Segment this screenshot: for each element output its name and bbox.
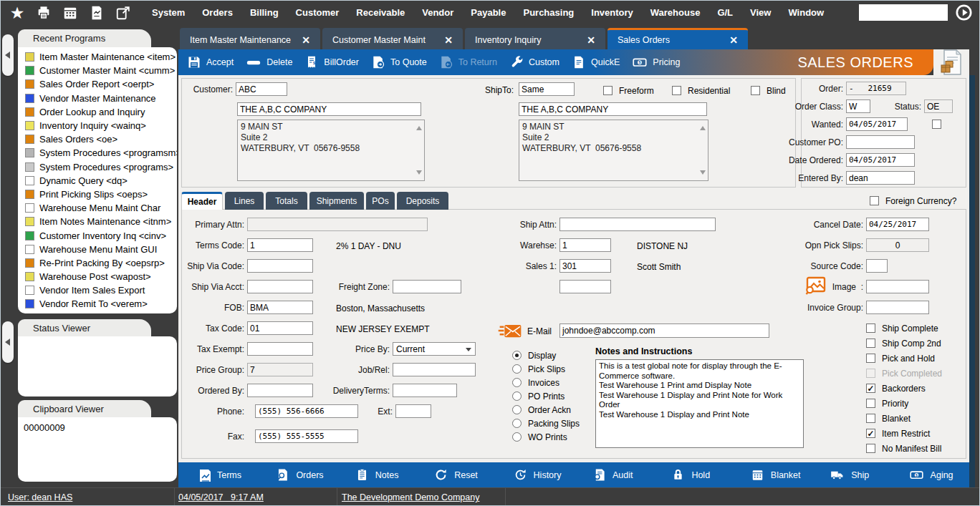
export-icon[interactable] <box>113 4 133 22</box>
wanted-date-field[interactable] <box>846 117 908 131</box>
program-item[interactable]: Customer Master Maint <cumm> <box>18 64 177 77</box>
checkbox-pick-and-hold[interactable] <box>866 354 875 363</box>
menu-item-gl[interactable]: G/L <box>717 7 733 18</box>
checkbox-item-restrict[interactable] <box>866 429 875 438</box>
user-link[interactable]: User: dean HAS <box>8 492 72 502</box>
program-item[interactable]: Print Picking Slips <oeps> <box>18 188 177 201</box>
program-item[interactable]: Customer Inventory Inq <cinv> <box>18 228 177 242</box>
calendar-icon[interactable] <box>60 4 80 22</box>
customer-name-input[interactable] <box>237 102 421 116</box>
tab-item-master-maintenance[interactable]: Item Master Maintenance✕ <box>180 28 320 49</box>
report-icon[interactable] <box>87 4 107 22</box>
program-item[interactable]: Vendor Remit To <verem> <box>18 297 177 311</box>
accept-button[interactable]: Accept <box>187 55 234 69</box>
sales1-field[interactable] <box>559 259 611 273</box>
radio-order-ackn[interactable] <box>512 405 522 414</box>
ship-via-code-field[interactable] <box>247 259 313 273</box>
audit-button[interactable]: Audit <box>574 462 653 487</box>
checkbox-pick-completed[interactable] <box>866 369 875 378</box>
blanket-button[interactable]: Blanket <box>732 462 811 487</box>
customer-po-field[interactable] <box>846 135 915 149</box>
menu-item-customer[interactable]: Customer <box>296 7 340 18</box>
tab-sales-orders[interactable]: Sales Orders✕ <box>607 28 748 49</box>
subtab-header[interactable]: Header <box>181 192 223 210</box>
sidebar-collapse-handle[interactable] <box>2 34 14 76</box>
customer-code-input[interactable] <box>236 82 287 96</box>
notes-box[interactable]: This is a test global note for display t… <box>595 359 804 448</box>
program-item[interactable]: Re-Print Packing By <oepsrp> <box>18 256 177 270</box>
program-item[interactable]: Warehouse Menu Maint GUI <box>18 243 177 256</box>
quicke-button[interactable]: QuickE <box>572 55 620 69</box>
program-item[interactable]: Warehouse Menu Maint Char <box>18 201 177 215</box>
company-link[interactable]: The Development Demo Company <box>342 492 479 502</box>
menu-item-window[interactable]: Window <box>788 7 824 18</box>
delete-button[interactable]: Delete <box>246 55 292 69</box>
favorites-star-icon[interactable]: ★ <box>7 4 27 22</box>
fob-field[interactable] <box>247 301 313 314</box>
order-status-field[interactable] <box>924 99 953 113</box>
scroll-down-icon[interactable] <box>416 170 422 177</box>
tax-code-field[interactable] <box>247 321 313 335</box>
go-icon[interactable] <box>954 3 974 22</box>
notes-button[interactable]: Notes <box>337 462 415 487</box>
email-field[interactable] <box>559 323 769 338</box>
source-code-field[interactable] <box>866 259 888 273</box>
job-rel-field[interactable] <box>393 363 476 376</box>
radio-pick-slips[interactable] <box>512 364 522 374</box>
shipto-name-input[interactable] <box>519 102 707 116</box>
ordered-by-field[interactable] <box>247 384 313 397</box>
checkbox-blanket[interactable] <box>866 414 875 423</box>
tab-customer-master-maint[interactable]: Customer Master Maint✕ <box>322 28 463 49</box>
subtab-pos[interactable]: POs <box>366 192 395 210</box>
program-item[interactable]: Item Notes Maintenance <itnm> <box>18 215 177 228</box>
aging-button[interactable]: $Aging <box>890 462 969 487</box>
radio-display[interactable] <box>512 351 522 360</box>
history-button[interactable]: History <box>495 462 574 487</box>
pricing-button[interactable]: $Pricing <box>632 55 680 69</box>
menu-item-orders[interactable]: Orders <box>202 7 233 18</box>
billorder-button[interactable]: $BillOrder <box>304 55 359 69</box>
program-item[interactable]: Item Master Maintenance <item> <box>18 50 177 64</box>
menu-item-billing[interactable]: Billing <box>250 7 279 18</box>
price-by-select[interactable]: Current <box>393 342 476 356</box>
radio-po-prints[interactable] <box>512 391 522 401</box>
menu-item-vendor[interactable]: Vendor <box>422 7 453 18</box>
warehouse-field[interactable] <box>559 238 611 252</box>
menu-item-system[interactable]: System <box>152 7 185 18</box>
residential-checkbox[interactable] <box>672 86 681 95</box>
menu-item-purchasing[interactable]: Purchasing <box>523 7 574 18</box>
program-item[interactable]: Dynamic Query <dq> <box>18 174 177 188</box>
tax-exempt-field[interactable] <box>247 342 313 356</box>
blind-checkbox[interactable] <box>751 86 760 95</box>
image-field[interactable] <box>866 280 929 293</box>
scroll-up-icon[interactable] <box>700 123 706 130</box>
ship-via-acct-field[interactable] <box>247 280 313 293</box>
scroll-up-icon[interactable] <box>416 123 422 130</box>
shipto-code-input[interactable] <box>519 82 575 96</box>
custom-button[interactable]: Custom <box>509 55 559 69</box>
freeform-checkbox[interactable] <box>603 86 612 95</box>
program-item[interactable]: Vendor Master Maintenance <box>18 92 177 105</box>
foreign-currency-checkbox[interactable] <box>870 196 879 205</box>
to-quote-button[interactable]: To Quote <box>371 55 427 69</box>
program-item[interactable]: Order Lookup and Inquiry <box>18 105 177 119</box>
terms-code-field[interactable] <box>247 238 313 252</box>
datetime-link[interactable]: 04/05/2017 9:17 AM <box>178 492 264 502</box>
to-return-button[interactable]: To Return <box>439 55 497 69</box>
menu-item-receivable[interactable]: Receivable <box>356 7 405 18</box>
shipto-address-box[interactable]: 9 MAIN ST Suite 2 WATERBURY, VT 05676-95… <box>519 120 708 181</box>
subtab-deposits[interactable]: Deposits <box>397 192 448 210</box>
subtab-totals[interactable]: Totals <box>266 192 307 210</box>
program-item[interactable]: Sales Orders <oe> <box>18 132 177 146</box>
close-icon[interactable]: ✕ <box>587 34 605 46</box>
radio-wo-prints[interactable] <box>512 432 522 442</box>
hold-button[interactable]: Hold <box>653 462 731 487</box>
fax-field[interactable] <box>255 429 358 443</box>
checkbox-ship-complete[interactable] <box>866 323 875 333</box>
subtab-shipments[interactable]: Shipments <box>309 192 364 210</box>
sales2-field[interactable] <box>559 280 611 293</box>
program-item[interactable]: Warehouse Post <wapost> <box>18 270 177 283</box>
radio-packing-slips[interactable] <box>512 419 522 428</box>
ship-attn-field[interactable] <box>559 218 716 231</box>
entered-by-field[interactable] <box>846 171 915 185</box>
